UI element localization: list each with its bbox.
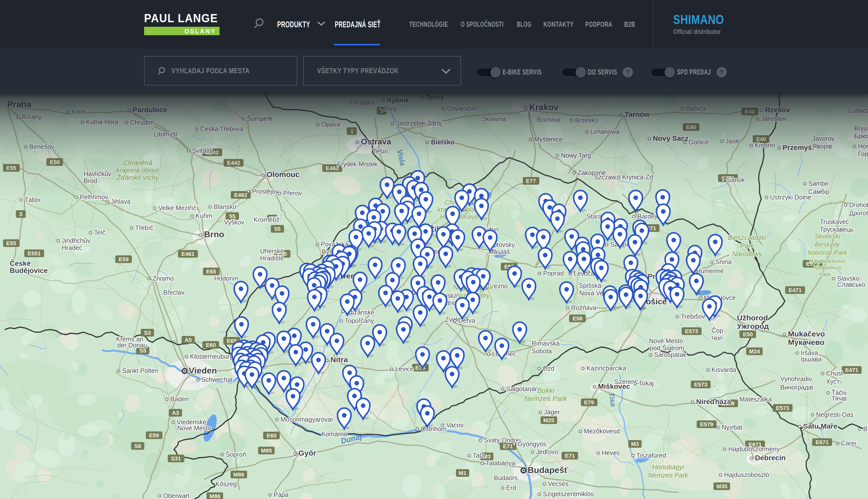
- svg-text:Jasło: Jasło: [726, 137, 740, 145]
- svg-text:Park: Park: [740, 242, 754, 250]
- svg-text:M86: M86: [210, 493, 221, 499]
- svg-text:Sambir: Sambir: [808, 180, 829, 187]
- svg-text:Myślenice: Myślenice: [534, 136, 562, 143]
- svg-text:Mezőkövesd: Mezőkövesd: [584, 428, 620, 435]
- svg-text:E40: E40: [745, 108, 755, 115]
- svg-text:Praha: Praha: [7, 99, 32, 109]
- svg-text:Jindřichův: Jindřichův: [62, 237, 90, 244]
- svg-text:Mukačevo: Mukačevo: [788, 330, 825, 338]
- svg-text:Baden: Baden: [170, 395, 189, 403]
- svg-text:Telč: Telč: [94, 229, 105, 236]
- svg-text:Debrecín: Debrecín: [755, 454, 786, 462]
- svg-text:Rzešov: Rzešov: [765, 106, 790, 114]
- svg-text:Яворів: Яворів: [812, 143, 832, 150]
- svg-text:Dębica: Dębica: [686, 105, 706, 112]
- svg-text:Tešín: Tešín: [373, 148, 388, 155]
- svg-text:Limanowa: Limanowa: [590, 128, 619, 135]
- svg-text:E462: E462: [326, 165, 339, 171]
- svg-text:Břeclav: Břeclav: [163, 289, 185, 296]
- svg-text:Hradec: Hradec: [62, 244, 82, 251]
- svg-text:Olomouc: Olomouc: [266, 170, 300, 179]
- svg-text:Levice: Levice: [395, 365, 413, 373]
- svg-text:Frýdek-Místek: Frýdek-Místek: [337, 160, 377, 168]
- svg-text:3: 3: [19, 211, 22, 217]
- svg-text:Chust: Chust: [826, 370, 843, 377]
- svg-text:Rožňava: Rožňava: [571, 304, 596, 311]
- svg-text:Krakov: Krakov: [529, 102, 558, 112]
- svg-text:Heves: Heves: [602, 449, 620, 457]
- svg-text:E71: E71: [503, 443, 513, 450]
- svg-text:Kisvárda: Kisvárda: [711, 366, 736, 373]
- svg-text:E442: E442: [227, 160, 240, 166]
- svg-text:Jarosław: Jarosław: [761, 115, 787, 122]
- svg-text:Тячів: Тячів: [832, 395, 846, 402]
- svg-text:Kazincbarcika: Kazincbarcika: [586, 365, 626, 372]
- svg-text:E60: E60: [206, 342, 216, 348]
- svg-text:E471: E471: [789, 287, 802, 293]
- svg-text:Іршава: Іршава: [801, 356, 822, 363]
- svg-text:Hortobágyi: Hortobágyi: [652, 463, 684, 471]
- svg-text:Vynohradiv: Vynohradiv: [780, 375, 812, 382]
- svg-text:Tokaj: Tokaj: [639, 380, 654, 387]
- svg-text:Чоп: Чоп: [711, 334, 723, 342]
- svg-text:E50: E50: [743, 331, 753, 338]
- svg-text:Osvienčim: Osvienčim: [447, 105, 477, 112]
- svg-text:Benešov: Benešov: [29, 143, 54, 150]
- svg-text:парк...: парк...: [819, 271, 835, 277]
- svg-text:Klosterneuburg: Klosterneuburg: [190, 353, 233, 360]
- svg-text:Drohobyč: Drohobyč: [849, 201, 868, 208]
- svg-text:Kutná Hora: Kutná Hora: [86, 118, 118, 125]
- svg-text:Šumperk: Šumperk: [247, 115, 273, 122]
- svg-text:pod Šiatrom: pod Šiatrom: [650, 344, 684, 352]
- svg-text:E55: E55: [6, 240, 16, 246]
- svg-text:Žory: Žory: [384, 105, 397, 112]
- svg-text:Vacov: Vacov: [446, 422, 463, 429]
- svg-text:Iršava: Iršava: [801, 349, 818, 356]
- svg-text:E551: E551: [27, 250, 40, 257]
- svg-text:Sobota: Sobota: [532, 348, 552, 355]
- svg-text:Nowy Targ: Nowy Targ: [561, 152, 591, 159]
- svg-text:Krynica-Zd: Krynica-Zd: [622, 173, 653, 181]
- svg-text:Blansko: Blansko: [214, 203, 236, 210]
- svg-text:Kolín: Kolín: [71, 108, 86, 115]
- svg-text:Rimavská: Rimavská: [532, 340, 560, 347]
- svg-text:Říčany: Říčany: [22, 113, 41, 120]
- svg-text:Дрогобич: Дрогобич: [849, 209, 868, 217]
- svg-text:Trebišov: Trebišov: [681, 313, 705, 320]
- svg-text:Miškovec: Miškovec: [598, 382, 630, 390]
- svg-text:Nový Sacz: Nový Sacz: [653, 134, 689, 142]
- svg-text:Negrești-Oaș: Negrești-Oaș: [816, 411, 854, 418]
- svg-text:Opava: Opava: [321, 121, 340, 128]
- svg-text:Schwechat: Schwechat: [201, 376, 233, 383]
- svg-text:Jastrzębie-Zdrój: Jastrzębie-Zdrój: [396, 120, 442, 127]
- svg-text:M85: M85: [261, 448, 272, 454]
- svg-text:Tata: Tata: [473, 452, 485, 459]
- svg-text:Gorlice: Gorlice: [689, 138, 709, 146]
- svg-text:Виноградів: Виноградів: [780, 384, 813, 391]
- svg-text:Níreďháza: Níreďháza: [696, 398, 731, 406]
- svg-text:Rybnik: Rybnik: [387, 96, 409, 104]
- svg-text:Žďárské vrchy: Žďárské vrchy: [116, 174, 159, 181]
- svg-text:Szigetszentmiklós: Szigetszentmiklós: [543, 490, 594, 498]
- svg-text:Carei: Carei: [841, 440, 856, 447]
- svg-text:Hajdúszoboszló: Hajdúszoboszló: [724, 471, 769, 478]
- svg-text:Užhorod: Užhorod: [737, 314, 768, 322]
- svg-text:Érd: Érd: [506, 484, 516, 491]
- svg-text:Bieszczadzki: Bieszczadzki: [728, 234, 767, 241]
- svg-text:Mosonmagyaróvár: Mosonmagyaróvár: [281, 416, 333, 423]
- svg-text:Мукачево: Мукачево: [788, 338, 824, 346]
- svg-text:Brno: Brno: [204, 229, 224, 239]
- svg-text:Třebíč: Třebíč: [135, 224, 153, 231]
- svg-text:Truskavec: Truskavec: [820, 218, 849, 225]
- svg-text:National Park: National Park: [808, 249, 848, 256]
- svg-text:E461: E461: [181, 251, 194, 257]
- svg-text:Bielsko: Bielsko: [431, 138, 455, 146]
- svg-text:E579: E579: [700, 421, 713, 428]
- svg-text:Nemzeti Park: Nemzeti Park: [648, 472, 689, 479]
- svg-text:A3: A3: [172, 410, 179, 416]
- svg-text:Pardubice: Pardubice: [133, 106, 167, 114]
- svg-text:Hradiště: Hradiště: [260, 255, 284, 262]
- svg-text:der Donau: der Donau: [117, 342, 147, 349]
- svg-text:55: 55: [274, 226, 281, 232]
- svg-text:Tatabánya: Tatabánya: [486, 460, 515, 466]
